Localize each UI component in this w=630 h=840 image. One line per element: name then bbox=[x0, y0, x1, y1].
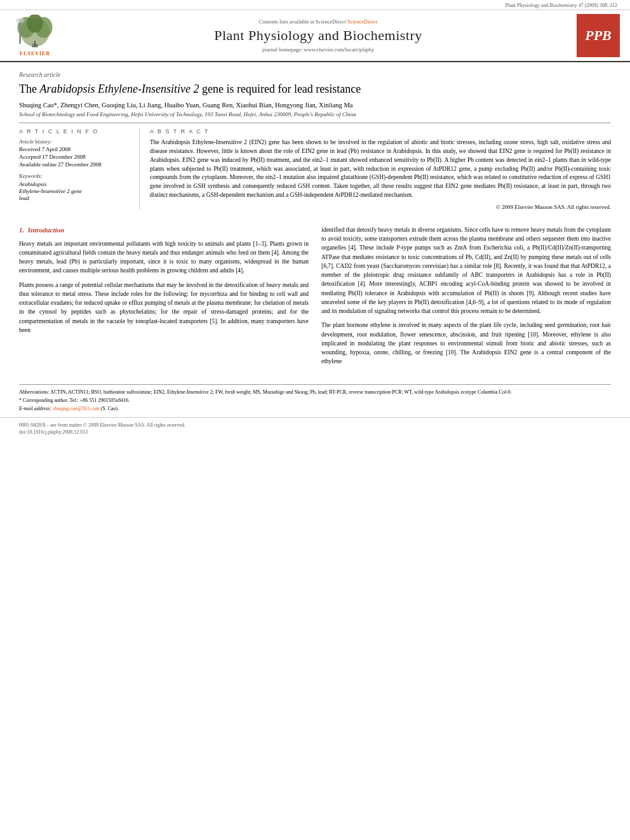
abstract-content: The Arabidopsis Ethylene-Insensitive 2 (… bbox=[150, 139, 611, 198]
journal-homepage: journal homepage: www.elsevier.com/locat… bbox=[262, 46, 374, 53]
intro-paragraph-4: The plant hormone ethylene is involved i… bbox=[321, 321, 611, 366]
issn-line: 0981-9428/$ – see front matter © 2009 El… bbox=[19, 422, 185, 429]
journal-center: Contents lists available at ScienceDirec… bbox=[69, 14, 568, 57]
intro-paragraph-1: Heavy metals are important environmental… bbox=[19, 239, 309, 276]
abstract-text: The Arabidopsis Ethylene-Insensitive 2 (… bbox=[150, 138, 611, 199]
abstract-column: A B S T R A C T The Arabidopsis Ethylene… bbox=[150, 128, 611, 210]
svg-rect-6 bbox=[19, 20, 21, 44]
journal-header: ELSEVIER Contents lists available at Sci… bbox=[0, 10, 630, 62]
corresponding-author-note: * Corresponding author. Tel.: +86 551 29… bbox=[19, 397, 611, 404]
article-type: Research article bbox=[19, 71, 611, 78]
svg-point-4 bbox=[27, 15, 43, 32]
keyword-ein2: Ethylene-Insensitive 2 gene bbox=[19, 188, 130, 194]
elsevier-tree-icon bbox=[13, 15, 57, 50]
main-body: 1. Introduction Heavy metals are importa… bbox=[0, 225, 630, 378]
ppb-logo: PPB bbox=[573, 14, 624, 57]
article-info-heading: A R T I C L E I N F O bbox=[19, 128, 130, 135]
email-note: E-mail address: shuqing.cao@163.com (S. … bbox=[19, 405, 611, 412]
email-link[interactable]: shuqing.cao@163.com bbox=[53, 406, 100, 411]
abbreviations-note: Abbreviations: ACTIN, ACTIN11; BSO, buth… bbox=[19, 389, 611, 396]
article-history-label: Article history: bbox=[19, 138, 130, 145]
sciencedirect-link[interactable]: ScienceDirect bbox=[347, 18, 378, 25]
authors: Shuqing Cao*, Zhengyi Chen, Guoqing Liu,… bbox=[19, 102, 611, 109]
doi-line: doi:10.1016/j.plaphy.2008.12.013 bbox=[19, 429, 185, 436]
keywords-label: Keywords: bbox=[19, 173, 130, 179]
journal-title: Plant Physiology and Biochemistry bbox=[214, 27, 422, 44]
intro-heading: 1. Introduction bbox=[19, 225, 309, 236]
received-date: Received 7 April 2008 bbox=[19, 146, 130, 152]
body-left-column: 1. Introduction Heavy metals are importa… bbox=[19, 225, 309, 371]
elsevier-logo: ELSEVIER bbox=[6, 14, 64, 57]
keyword-lead: lead bbox=[19, 195, 130, 201]
intro-paragraph-3: identified that detoxify heavy metals in… bbox=[321, 225, 611, 316]
copyright-notice: © 2009 Elsevier Masson SAS. All rights r… bbox=[150, 204, 611, 210]
journal-citation-text: Plant Physiology and Biochemistry 47 (20… bbox=[506, 3, 617, 8]
article-info-column: A R T I C L E I N F O Article history: R… bbox=[19, 128, 140, 210]
affiliation: School of Biotechnology and Food Enginee… bbox=[19, 111, 611, 117]
footnotes: Abbreviations: ACTIN, ACTIN11; BSO, buth… bbox=[19, 384, 611, 413]
article-title: The Arabidopsis Ethylene-Insensitive 2 g… bbox=[19, 82, 611, 97]
journal-citation-bar: Plant Physiology and Biochemistry 47 (20… bbox=[0, 0, 630, 10]
bottom-left: 0981-9428/$ – see front matter © 2009 El… bbox=[19, 422, 185, 436]
available-online-date: Available online 27 December 2008 bbox=[19, 161, 130, 168]
sciencedirect-text: Contents lists available at ScienceDirec… bbox=[259, 18, 378, 25]
abstract-heading: A B S T R A C T bbox=[150, 128, 611, 135]
elsevier-label: ELSEVIER bbox=[20, 51, 50, 57]
article-header: Research article The Arabidopsis Ethylen… bbox=[0, 62, 630, 217]
body-right-column: identified that detoxify heavy metals in… bbox=[321, 225, 611, 371]
accepted-date: Accepted 17 December 2008 bbox=[19, 154, 130, 160]
keyword-arabidopsis: Arabidopsis bbox=[19, 181, 130, 187]
svg-point-7 bbox=[16, 18, 24, 23]
intro-paragraph-2: Plants possess a range of potential cell… bbox=[19, 281, 309, 335]
article-info-abstract: A R T I C L E I N F O Article history: R… bbox=[19, 128, 611, 210]
divider bbox=[19, 123, 611, 123]
email-label: E-mail address: bbox=[19, 406, 53, 411]
ppb-box-icon: PPB bbox=[577, 14, 620, 57]
body-two-column: 1. Introduction Heavy metals are importa… bbox=[19, 225, 611, 371]
bottom-bar: 0981-9428/$ – see front matter © 2009 El… bbox=[0, 417, 630, 438]
